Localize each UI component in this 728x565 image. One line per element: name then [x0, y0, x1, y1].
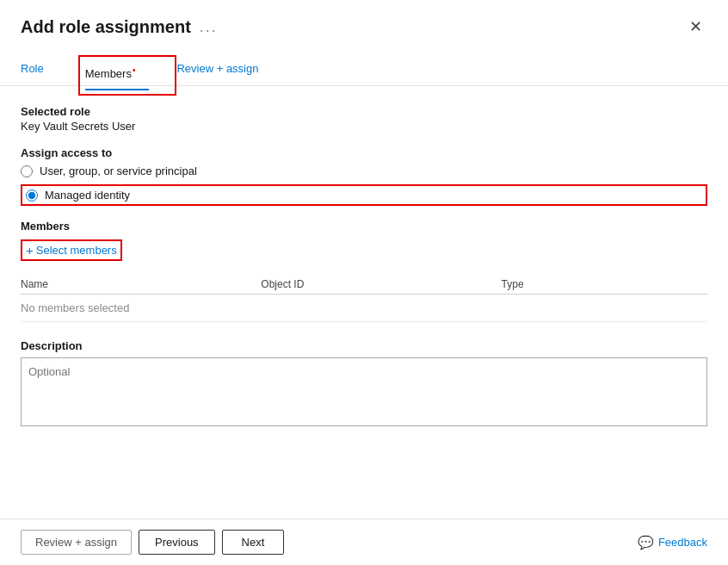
radio-user-group[interactable] — [21, 165, 33, 177]
radio-managed-identity[interactable] — [26, 189, 38, 202]
close-button[interactable]: ✕ — [684, 16, 707, 38]
members-section: Members + Select members — [21, 220, 707, 261]
selected-role-value: Key Vault Secrets User — [21, 120, 707, 133]
col-header-objectid: Object ID — [261, 275, 501, 295]
previous-button[interactable]: Previous — [139, 530, 215, 555]
members-label: Members — [21, 220, 707, 233]
tab-members[interactable]: Members• — [85, 59, 150, 90]
dialog-title-row: Add role assignment ... — [21, 17, 218, 37]
members-table-section: Name Object ID Type No members selected — [21, 275, 707, 322]
more-options-icon[interactable]: ... — [200, 18, 218, 36]
feedback-button[interactable]: 💬 Feedback — [638, 535, 707, 550]
dialog-footer: Review + assign Previous Next 💬 Feedback — [0, 518, 728, 565]
col-header-name: Name — [21, 275, 261, 295]
selected-role-section: Selected role Key Vault Secrets User — [21, 105, 707, 133]
radio-row-user-group: User, group, or service principal — [21, 165, 707, 177]
select-members-btn-box: + Select members — [21, 239, 122, 261]
col-header-type: Type — [502, 275, 707, 295]
description-input[interactable] — [21, 357, 707, 426]
review-assign-button[interactable]: Review + assign — [21, 530, 132, 555]
dialog-content: Selected role Key Vault Secrets User Ass… — [0, 86, 728, 508]
add-role-assignment-dialog: Add role assignment ... ✕ Role Members• … — [0, 0, 728, 565]
radio-row-managed-identity: Managed identity — [26, 189, 130, 202]
selected-role-label: Selected role — [21, 105, 707, 118]
assign-access-radio-group: User, group, or service principal Manage… — [21, 165, 707, 206]
dialog-header: Add role assignment ... ✕ — [0, 0, 728, 38]
next-button[interactable]: Next — [222, 530, 285, 555]
tab-members-box: Members• — [78, 55, 177, 96]
tab-review-assign[interactable]: Review + assign — [176, 55, 272, 85]
radio-user-group-label: User, group, or service principal — [40, 165, 197, 177]
radio-managed-identity-label: Managed identity — [45, 189, 130, 202]
feedback-icon: 💬 — [638, 535, 654, 550]
assign-access-label: Assign access to — [21, 146, 707, 159]
dialog-title: Add role assignment — [21, 17, 191, 37]
plus-icon: + — [26, 243, 34, 258]
description-label: Description — [21, 339, 707, 352]
assign-access-section: Assign access to User, group, or service… — [21, 146, 707, 206]
members-table: Name Object ID Type No members selected — [21, 275, 707, 322]
managed-identity-box: Managed identity — [21, 184, 707, 206]
tab-role[interactable]: Role — [21, 55, 58, 85]
footer-right-buttons: 💬 Feedback — [638, 535, 707, 550]
tab-members-dot: • — [133, 65, 136, 75]
no-members-message: No members selected — [21, 295, 707, 322]
footer-left-buttons: Review + assign Previous Next — [21, 530, 284, 555]
select-members-button[interactable]: + Select members — [26, 243, 117, 258]
description-section: Description — [21, 339, 707, 429]
table-header-row: Name Object ID Type — [21, 275, 707, 295]
tabs-bar: Role Members• Review + assign — [0, 45, 728, 86]
table-row-empty: No members selected — [21, 295, 707, 322]
